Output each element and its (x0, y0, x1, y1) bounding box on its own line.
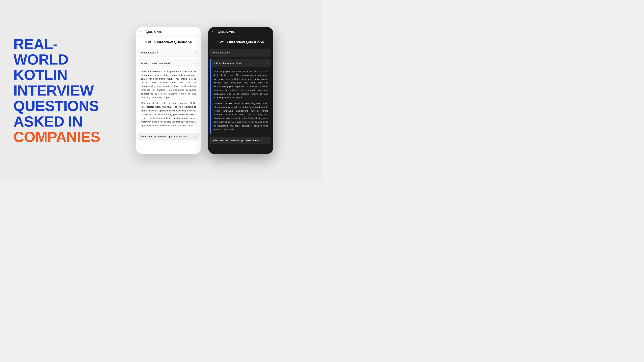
accordion-light-1-label: What is Kotlin? (141, 51, 158, 54)
phone-light-header-title: Que. & Ans. (146, 30, 164, 34)
accordion-dark-1[interactable]: What is Kotlin? › (210, 49, 271, 56)
accordion-light-2-p1: Often employers ask such questions to me… (141, 69, 196, 99)
phone-light-screen-title: Kotlin Interview Questions (136, 37, 201, 47)
accordion-light-2-label: Is Kotlin better than Java? (141, 62, 170, 65)
scroll-indicator (270, 67, 270, 107)
phone-light: ← Que. & Ans. Kotlin Interview Questions… (136, 27, 201, 154)
accordion-dark-3-label: Why Use Kotlin in Mobile App Development… (213, 139, 260, 142)
page-container: REAL-WORLD KOTLIN INTERVIEW QUESTIONS AS… (0, 0, 322, 181)
accordion-light-3[interactable]: Why Use Kotlin in Mobile App Development… (138, 133, 199, 140)
back-arrow-dark-icon[interactable]: ← (211, 29, 215, 34)
accordion-dark-2-label: Is Kotlin better than Java? (214, 62, 242, 65)
headline-line5: ASKED IN (14, 113, 83, 130)
back-arrow-light-icon[interactable]: ← (139, 29, 143, 34)
accordion-dark-2-header[interactable]: Is Kotlin better than Java? ⌄ (211, 59, 271, 67)
phone-dark-header-title: Que. & Ans. (218, 30, 236, 34)
accordion-light-1-arrow: › (195, 51, 196, 54)
accordion-light-3-header[interactable]: Why Use Kotlin in Mobile App Development… (138, 133, 199, 140)
accordion-dark-3[interactable]: Why Use Kotlin in Mobile App Development… (210, 137, 271, 144)
accordion-light-2-arrow: ⌄ (194, 62, 196, 65)
headline-line3: INTERVIEW (14, 82, 94, 99)
accordion-light-2-p2: However, despite being a new language, K… (141, 101, 196, 128)
accordion-light-2-header[interactable]: Is Kotlin better than Java? ⌄ (138, 59, 199, 67)
phones-container: ← Que. & Ans. Kotlin Interview Questions… (100, 27, 308, 154)
accordion-dark-3-arrow: › (267, 139, 268, 142)
accordion-dark-2[interactable]: Is Kotlin better than Java? ⌄ Often empl… (210, 59, 271, 134)
headline: REAL-WORLD KOTLIN INTERVIEW QUESTIONS AS… (14, 36, 100, 145)
accordion-dark-2-content: Often employers ask such questions to me… (211, 67, 271, 134)
phone-dark-header: ← Que. & Ans. (208, 27, 273, 37)
accordion-light-2-content: Often employers ask such questions to me… (138, 67, 199, 130)
phone-light-header: ← Que. & Ans. (136, 27, 201, 37)
left-section: REAL-WORLD KOTLIN INTERVIEW QUESTIONS AS… (14, 36, 100, 145)
accordion-dark-3-header[interactable]: Why Use Kotlin in Mobile App Development… (210, 137, 271, 144)
accordion-light-1[interactable]: What is Kotlin? › (138, 49, 199, 56)
headline-line4: QUESTIONS (14, 97, 99, 114)
accordion-dark-1-header[interactable]: What is Kotlin? › (210, 49, 271, 56)
accordion-dark-2-arrow: ⌄ (266, 62, 268, 65)
accordion-dark-1-arrow: › (267, 51, 268, 54)
accordion-light-2[interactable]: Is Kotlin better than Java? ⌄ Often empl… (138, 59, 199, 130)
accordion-dark-2-p1: Often employers ask such questions to me… (214, 70, 268, 99)
headline-line2: KOTLIN (14, 66, 68, 83)
headline-line1: REAL-WORLD (14, 36, 68, 68)
headline-line6: COMPANIES (14, 129, 100, 145)
phone-dark: ← Que. & Ans. Kotlin Interview Questions… (208, 27, 273, 154)
accordion-light-3-arrow: › (195, 135, 196, 138)
accordion-light-1-header[interactable]: What is Kotlin? › (138, 49, 199, 56)
phone-dark-screen-title: Kotlin Interview Questions (208, 37, 273, 47)
accordion-light-3-label: Why Use Kotlin in Mobile App Development… (141, 135, 188, 138)
accordion-dark-2-p2: However, despite being a new language, K… (214, 102, 268, 131)
accordion-dark-1-label: What is Kotlin? (213, 51, 230, 54)
